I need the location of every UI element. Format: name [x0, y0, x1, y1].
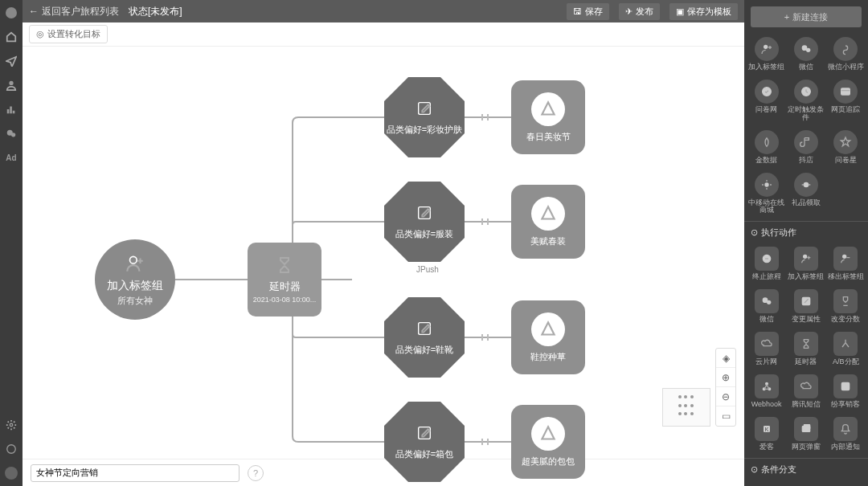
palette-miniprogram[interactable]: 微信小程序	[827, 34, 865, 75]
template-icon: ▣	[676, 6, 684, 17]
output-node-0[interactable]: 春日美妆节	[511, 80, 585, 154]
fit-button[interactable]: ▭	[716, 406, 735, 426]
palette-wenjuan[interactable]: 问卷网	[747, 76, 785, 125]
delay-node[interactable]: 延时器 2021-03-08 10:00...	[248, 243, 321, 317]
zoom-out-button[interactable]: ⊖	[716, 387, 735, 406]
palette-webhook[interactable]: Webhook	[747, 371, 785, 412]
edit-icon	[416, 204, 433, 222]
user-icon[interactable]	[5, 79, 18, 92]
save-icon: 🖫	[573, 6, 582, 16]
minimap[interactable]	[662, 388, 710, 427]
left-rail: Ad	[0, 0, 23, 486]
palette-timer-trigger[interactable]: 定时触发条件	[787, 76, 825, 125]
connector-handle[interactable]	[479, 333, 490, 341]
avatar-icon[interactable]	[5, 467, 18, 480]
target-icon: ◎	[36, 29, 44, 39]
chevron-down-icon: ⊙	[751, 464, 758, 475]
output-node-1[interactable]: 美赋春装	[511, 185, 585, 259]
svg-point-38	[844, 384, 845, 385]
svg-text:K: K	[764, 427, 768, 432]
main: ← 返回客户旅程列表 状态[未发布] 🖫保存 ✈发布 ▣保存为模板 ◎ 设置转化…	[23, 0, 744, 486]
palette-wechat[interactable]: 微信	[787, 34, 825, 75]
palette-end-journey[interactable]: 终止旅程	[747, 243, 785, 284]
palette-wechat-action[interactable]: 微信	[747, 286, 785, 327]
svg-point-22	[806, 48, 810, 52]
save-template-button[interactable]: ▣保存为模板	[669, 3, 738, 20]
svg-point-0	[6, 7, 17, 18]
svg-rect-37	[842, 382, 850, 390]
aurora-icon	[531, 312, 565, 346]
chart-icon[interactable]	[5, 103, 18, 116]
section-conditions[interactable]: ⊙条件分支	[744, 458, 868, 480]
svg-rect-2	[7, 109, 10, 113]
new-connection-button[interactable]: +新建连接	[751, 6, 862, 27]
palette-tencent-sms[interactable]: 腾讯短信	[787, 371, 825, 412]
palette-web-popup[interactable]: 网页弹窗	[787, 414, 825, 455]
connector-handle[interactable]	[479, 218, 490, 226]
ad-icon[interactable]: Ad	[5, 151, 18, 164]
svg-point-29	[804, 255, 807, 259]
svg-point-9	[5, 467, 18, 480]
branch-node-3[interactable]: 品类偏好=箱包	[384, 402, 465, 482]
start-title: 加入标签组	[107, 279, 163, 293]
back-button[interactable]: ← 返回客户旅程列表	[29, 5, 119, 18]
svg-point-20	[764, 45, 768, 49]
publish-button[interactable]: ✈发布	[619, 3, 660, 20]
palette-yunpian[interactable]: 云片网	[747, 329, 785, 370]
palette-ikcrm[interactable]: K爱客	[747, 414, 785, 455]
doc-icon[interactable]	[5, 443, 18, 455]
locate-button[interactable]: ◈	[716, 349, 735, 368]
conversion-goal-button[interactable]: ◎ 设置转化目标	[29, 25, 108, 43]
edit-icon	[416, 320, 433, 337]
palette-jinshuju[interactable]: 金数据	[747, 127, 785, 168]
home-icon[interactable]	[5, 31, 18, 43]
output-node-3[interactable]: 超美腻的包包	[511, 405, 585, 479]
palette-web-track[interactable]: 网页追踪	[827, 76, 865, 125]
palette-cmcc-mall[interactable]: 中移动在线商城	[747, 169, 785, 218]
hourglass-icon	[275, 255, 294, 275]
palette-remove-tag[interactable]: 移出标签组	[827, 243, 865, 284]
output-node-2[interactable]: 鞋控种草	[511, 300, 585, 374]
palette-change-score[interactable]: 改变分数	[827, 286, 865, 327]
chevron-down-icon: ⊙	[751, 227, 758, 238]
palette-change-attr[interactable]: 变更属性	[787, 286, 825, 327]
send-icon: ✈	[625, 6, 633, 17]
palette-wjx[interactable]: 问卷星	[827, 127, 865, 168]
section-actions[interactable]: ⊙执行动作	[744, 221, 868, 243]
palette-add-tag[interactable]: 加入标签组	[747, 34, 785, 75]
palette-gift[interactable]: 礼品领取	[787, 169, 825, 218]
topbar: ← 返回客户旅程列表 状态[未发布] 🖫保存 ✈发布 ▣保存为模板	[23, 0, 744, 22]
svg-point-7	[10, 423, 13, 427]
send-icon[interactable]	[5, 55, 18, 67]
svg-point-39	[847, 384, 848, 385]
wechat-icon[interactable]	[5, 127, 18, 140]
logo-icon[interactable]	[5, 6, 18, 19]
branch-node-0[interactable]: 品类偏好=彩妆护肤	[384, 77, 465, 157]
svg-rect-45	[804, 425, 809, 429]
svg-point-30	[843, 255, 846, 259]
connector-handle[interactable]	[479, 438, 490, 446]
branch-node-1[interactable]: 品类偏好=服装	[384, 182, 465, 262]
palette-internal-notify[interactable]: 内部通知	[827, 414, 865, 455]
zoom-in-button[interactable]: ⊕	[716, 368, 735, 387]
svg-point-32	[767, 300, 771, 304]
svg-point-41	[847, 387, 848, 388]
save-button[interactable]: 🖫保存	[567, 3, 609, 20]
canvas[interactable]: 加入标签组 所有女神 延时器 2021-03-08 10:00... 品类偏好=…	[23, 47, 744, 459]
status-label: 状态[未发布]	[129, 5, 182, 18]
palette-add-tag-action[interactable]: 加入标签组	[787, 243, 825, 284]
settings-icon[interactable]	[5, 419, 18, 431]
palette-ab-split[interactable]: A/B分配	[827, 329, 865, 370]
connector-handle[interactable]	[479, 113, 490, 121]
node-palette: +新建连接 加入标签组 微信 微信小程序 问卷网 定时触发条件 网页追踪 金数据…	[744, 0, 868, 486]
branch-node-2[interactable]: 品类偏好=鞋靴	[384, 297, 465, 378]
palette-fxiaoke[interactable]: 纷享销客	[827, 371, 865, 412]
svg-point-36	[765, 382, 768, 385]
zoom-controls: ◈ ⊕ ⊖ ▭	[715, 348, 736, 427]
palette-delay[interactable]: 延时器	[787, 329, 825, 370]
svg-point-1	[9, 81, 13, 85]
palette-doudian[interactable]: 抖店	[787, 127, 825, 168]
edit-icon	[416, 100, 433, 117]
branch-caption: JPush	[416, 265, 439, 274]
start-node[interactable]: 加入标签组 所有女神	[95, 239, 175, 320]
